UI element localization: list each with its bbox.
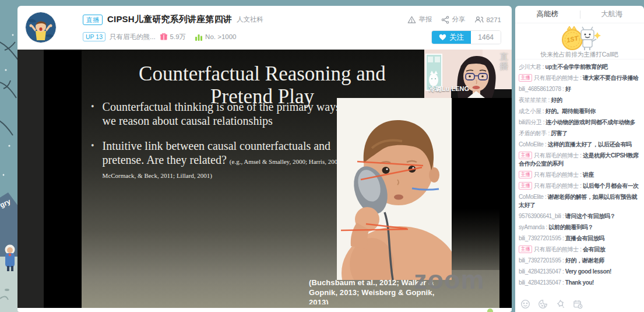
chat-username[interactable]: 只有眉毛的熊博士 [534,246,579,253]
chat-message: 主播只有眉毛的熊博士 : 这是杭师大CIPSH教席合作办公室的系列 [519,152,642,168]
stream-title: CIPSH儿童研究系列讲座第四讲 [107,14,232,25]
slide-photo-baby [337,98,452,280]
chat-username[interactable]: 只有眉毛的熊博士 [534,183,579,189]
chat-username[interactable]: bili_42842135047 [519,279,561,286]
chat-message: 夜笙笙笙笙 : 好的 [519,96,642,104]
chat-message: 主播只有眉毛的熊博士 : 以后每个月都会有一次 [519,182,642,190]
host-badge: 主播 [519,182,532,190]
chat-message: bili_73927201595 : 直播会有回放吗 [519,234,642,243]
bullet-marker: • [91,139,94,181]
player-bottom-strip [17,308,512,312]
report-button[interactable]: 举报 [407,15,432,24]
rank-mascot-illustration: 1ST [553,25,607,52]
chat-username[interactable]: bili四分卫 [519,119,541,125]
theme-palette-button[interactable] [538,299,548,309]
slide-title-line2: Pretend Play [93,85,431,108]
chat-username[interactable]: CoMoElite [519,194,544,200]
chat-message-text: 会有回放 [583,246,605,253]
letterbox-strip [17,50,44,308]
stream-card: 直播 CIPSH儿童研究系列讲座第四讲 人文社科 UP 13 只有眉毛的熊...… [17,6,512,312]
chat-username[interactable]: bili_73927201595 [519,257,561,264]
chat-message-text: 连小动物的游戏时间都不成年动物多 [546,119,636,125]
streamer-name-link[interactable]: 只有眉毛的熊... [110,33,156,41]
chat-message-text: 好的，谢谢老师 [565,257,604,264]
gift-stat[interactable]: 5.9万 [160,33,186,41]
host-badge: 主播 [519,171,532,178]
chat-username[interactable]: syAmanda [519,224,544,230]
chat-tabs: 高能榜 大航海 [515,6,644,23]
slide-title-line1: Counterfactual Reasoning and [93,62,431,85]
schedule-button[interactable] [573,299,583,309]
chat-username[interactable]: bili_42842135047 [519,268,561,275]
stream-header: 直播 CIPSH儿童研究系列讲座第四讲 人文社科 UP 13 只有眉毛的熊...… [17,6,512,50]
follow-button[interactable]: 关注 [432,31,471,44]
chat-message: bili_46858612078 : 好 [519,85,642,93]
chat-message: 主播只有眉毛的熊博士 : 会有回放 [519,246,642,254]
tab-rank[interactable]: 高能榜 [515,6,580,23]
viewers-stat: 8271 [474,16,501,23]
gift-icon [160,33,168,41]
video-player[interactable]: Counterfactual Reasoning and Pretend Pla… [17,50,512,308]
gift-count: 5.9万 [170,33,186,41]
chat-panel: 高能榜 大航海 1ST [515,6,644,312]
up-level-badge: UP 13 [83,32,105,41]
report-icon [407,16,416,24]
presenter-name-tag: 冷璐Lu LENG [429,85,469,93]
follow-count[interactable]: 1464 [471,31,501,44]
header-stats-row: UP 13 只有眉毛的熊... 5.9万 [83,32,236,41]
follow-label: 关注 [449,33,464,43]
chat-username[interactable]: 只有眉毛的熊博士 [534,171,579,178]
chat-message-text: 好 [565,86,571,92]
chat-message: bili_42842135047 : Thank you! [519,279,642,287]
chat-username[interactable]: CoMoElite [519,141,544,148]
chat-username[interactable]: 夜笙笙笙笙 [519,97,547,103]
rank-stat[interactable]: No. >1000 [195,33,236,41]
chat-username[interactable]: bili_73927201595 [519,235,561,241]
chat-message-text: 讲座 [583,171,594,178]
presenter-webcam: 冷璐Lu LENG 直播 [424,50,512,98]
chat-message: 主播只有眉毛的熊博士 : 请大家不要自行录播哈 [519,74,642,82]
chat-username[interactable]: 少川大君 [519,64,541,70]
host-badge: 主播 [519,152,532,159]
tab-fleet[interactable]: 大航海 [580,6,644,23]
player-control-icon[interactable] [487,309,493,312]
chat-message-text: 好的。期待能看到你 [546,108,596,114]
header-title-row: 直播 CIPSH儿童研究系列讲座第四讲 人文社科 [83,14,263,25]
chat-message: 95763906641_bili : 请问这个有回放吗？ [519,212,642,220]
zoom-watermark: zoom [414,267,485,293]
chat-message: syAmanda : 以前的能看到吗？ [519,223,642,232]
chat-message: 矛盾的射手 : 厉害了 [519,129,642,138]
tv-mascot [581,27,596,50]
streamer-avatar[interactable] [26,12,56,43]
chat-username[interactable]: bili_46858612078 [519,86,561,92]
chat-message: bili_42842135047 : Very good lesson! [519,268,642,276]
share-button[interactable]: 分享 [441,15,465,24]
effects-button[interactable] [555,299,565,309]
chat-username[interactable]: 只有眉毛的熊博士 [534,75,579,81]
live-badge: 直播 [83,15,103,25]
chat-toolbar [515,296,644,312]
chat-message: 成之小屋 : 好的。期待能看到你 [519,107,642,115]
host-badge: 主播 [519,246,532,253]
chat-message-text: 好的 [551,97,562,103]
chat-message-text: 直播会有回放吗 [565,235,604,241]
rank-promo-text: 快来抢占前排为主播打Call吧 [515,51,644,59]
viewers-icon [474,16,484,23]
chat-username[interactable]: 95763906641_bili [519,213,561,219]
chat-message-text: Thank you! [565,279,594,286]
chat-username[interactable]: 成之小屋 [519,108,541,114]
chat-username[interactable]: 只有眉毛的熊博士 [534,152,579,159]
rank-text: No. >1000 [205,33,236,40]
report-label: 举报 [418,15,432,24]
heart-icon [439,34,446,41]
share-icon [441,16,449,24]
chat-message: CoMoElite : 这样的直播太好了，以后还会有吗 [519,141,642,149]
rank-bars-icon [195,33,203,41]
chat-message-text: 以后每个月都会有一次 [583,183,639,189]
rank-promo: 1ST 快来抢占前排为主播打Call吧 [515,23,644,59]
category-link[interactable]: 人文社科 [237,15,263,24]
emoji-button[interactable] [520,299,530,309]
live-room-page: gry [0,0,644,312]
chat-username[interactable]: 矛盾的射手 [519,130,547,136]
chat-message-text: 请大家不要自行录播哈 [583,75,639,81]
